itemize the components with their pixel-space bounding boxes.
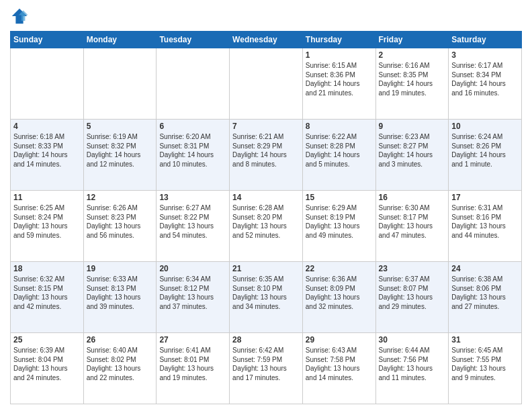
day-number: 3 [451, 50, 519, 60]
calendar-cell: 28Sunrise: 6:42 AMSunset: 7:59 PMDayligh… [230, 333, 303, 404]
day-number: 16 [379, 193, 446, 202]
day-info: Sunrise: 6:15 AMSunset: 8:36 PMDaylight:… [306, 61, 373, 97]
day-info: Sunrise: 6:28 AMSunset: 8:20 PMDaylight:… [232, 203, 300, 240]
calendar-cell: 14Sunrise: 6:28 AMSunset: 8:20 PMDayligh… [230, 191, 303, 262]
calendar-cell: 4Sunrise: 6:18 AMSunset: 8:33 PMDaylight… [11, 120, 84, 191]
calendar: SundayMondayTuesdayWednesdayThursdayFrid… [10, 31, 522, 404]
day-info: Sunrise: 6:29 AMSunset: 8:19 PMDaylight:… [306, 203, 373, 240]
calendar-cell: 8Sunrise: 6:22 AMSunset: 8:28 PMDaylight… [302, 120, 375, 191]
day-info: Sunrise: 6:41 AMSunset: 8:01 PMDaylight:… [159, 346, 226, 382]
day-info: Sunrise: 6:21 AMSunset: 8:29 PMDaylight:… [232, 132, 300, 169]
day-number: 31 [451, 335, 519, 345]
calendar-cell: 9Sunrise: 6:23 AMSunset: 8:27 PMDaylight… [375, 120, 449, 191]
day-number: 27 [159, 335, 226, 345]
calendar-cell: 10Sunrise: 6:24 AMSunset: 8:26 PMDayligh… [449, 120, 522, 191]
calendar-cell: 30Sunrise: 6:44 AMSunset: 7:56 PMDayligh… [375, 333, 449, 404]
day-info: Sunrise: 6:16 AMSunset: 8:35 PMDaylight:… [379, 61, 446, 97]
day-info: Sunrise: 6:33 AMSunset: 8:13 PMDaylight:… [87, 275, 154, 311]
day-number: 23 [379, 264, 446, 273]
logo [10, 7, 32, 26]
day-info: Sunrise: 6:31 AMSunset: 8:16 PMDaylight:… [451, 203, 519, 240]
day-header-sunday: Sunday [11, 32, 84, 48]
day-info: Sunrise: 6:36 AMSunset: 8:09 PMDaylight:… [306, 275, 373, 311]
day-info: Sunrise: 6:40 AMSunset: 8:02 PMDaylight:… [87, 346, 154, 382]
day-info: Sunrise: 6:18 AMSunset: 8:33 PMDaylight:… [13, 132, 81, 169]
day-number: 28 [232, 335, 300, 345]
calendar-cell: 23Sunrise: 6:37 AMSunset: 8:07 PMDayligh… [375, 262, 449, 333]
calendar-cell: 24Sunrise: 6:38 AMSunset: 8:06 PMDayligh… [449, 262, 522, 333]
calendar-cell [230, 48, 303, 120]
calendar-cell: 15Sunrise: 6:29 AMSunset: 8:19 PMDayligh… [302, 191, 375, 262]
day-header-thursday: Thursday [302, 32, 375, 48]
day-info: Sunrise: 6:32 AMSunset: 8:15 PMDaylight:… [13, 275, 81, 311]
day-number: 13 [159, 193, 226, 202]
day-number: 11 [13, 193, 81, 202]
calendar-cell: 7Sunrise: 6:21 AMSunset: 8:29 PMDaylight… [230, 120, 303, 191]
calendar-cell: 19Sunrise: 6:33 AMSunset: 8:13 PMDayligh… [83, 262, 157, 333]
day-number: 19 [87, 264, 154, 273]
day-number: 6 [159, 122, 226, 131]
day-number: 5 [87, 122, 154, 131]
day-info: Sunrise: 6:39 AMSunset: 8:04 PMDaylight:… [13, 346, 81, 382]
day-number: 8 [306, 122, 373, 131]
calendar-cell: 2Sunrise: 6:16 AMSunset: 8:35 PMDaylight… [375, 48, 449, 120]
calendar-cell: 6Sunrise: 6:20 AMSunset: 8:31 PMDaylight… [157, 120, 230, 191]
day-header-friday: Friday [375, 32, 449, 48]
day-info: Sunrise: 6:44 AMSunset: 7:56 PMDaylight:… [379, 346, 446, 382]
day-info: Sunrise: 6:26 AMSunset: 8:23 PMDaylight:… [87, 203, 154, 240]
day-info: Sunrise: 6:24 AMSunset: 8:26 PMDaylight:… [451, 132, 519, 169]
day-info: Sunrise: 6:25 AMSunset: 8:24 PMDaylight:… [13, 203, 81, 240]
calendar-cell: 5Sunrise: 6:19 AMSunset: 8:32 PMDaylight… [83, 120, 157, 191]
calendar-cell: 21Sunrise: 6:35 AMSunset: 8:10 PMDayligh… [230, 262, 303, 333]
day-number: 2 [379, 50, 446, 60]
logo-icon [10, 7, 29, 26]
day-info: Sunrise: 6:22 AMSunset: 8:28 PMDaylight:… [306, 132, 373, 169]
day-header-monday: Monday [83, 32, 157, 48]
day-info: Sunrise: 6:19 AMSunset: 8:32 PMDaylight:… [87, 132, 154, 169]
calendar-cell: 29Sunrise: 6:43 AMSunset: 7:58 PMDayligh… [302, 333, 375, 404]
calendar-cell: 27Sunrise: 6:41 AMSunset: 8:01 PMDayligh… [157, 333, 230, 404]
day-info: Sunrise: 6:20 AMSunset: 8:31 PMDaylight:… [159, 132, 226, 169]
calendar-cell [157, 48, 230, 120]
calendar-cell: 22Sunrise: 6:36 AMSunset: 8:09 PMDayligh… [302, 262, 375, 333]
day-info: Sunrise: 6:38 AMSunset: 8:06 PMDaylight:… [451, 275, 519, 311]
day-number: 14 [232, 193, 300, 202]
day-number: 29 [306, 335, 373, 345]
calendar-cell: 12Sunrise: 6:26 AMSunset: 8:23 PMDayligh… [83, 191, 157, 262]
calendar-cell: 31Sunrise: 6:45 AMSunset: 7:55 PMDayligh… [449, 333, 522, 404]
day-number: 12 [87, 193, 154, 202]
calendar-cell: 26Sunrise: 6:40 AMSunset: 8:02 PMDayligh… [83, 333, 157, 404]
calendar-cell: 25Sunrise: 6:39 AMSunset: 8:04 PMDayligh… [11, 333, 84, 404]
calendar-cell: 13Sunrise: 6:27 AMSunset: 8:22 PMDayligh… [157, 191, 230, 262]
day-number: 10 [451, 122, 519, 131]
calendar-cell: 17Sunrise: 6:31 AMSunset: 8:16 PMDayligh… [449, 191, 522, 262]
calendar-week-row: 25Sunrise: 6:39 AMSunset: 8:04 PMDayligh… [11, 333, 522, 404]
day-info: Sunrise: 6:45 AMSunset: 7:55 PMDaylight:… [451, 346, 519, 382]
day-number: 30 [379, 335, 446, 345]
day-number: 25 [13, 335, 81, 345]
day-info: Sunrise: 6:30 AMSunset: 8:17 PMDaylight:… [379, 203, 446, 240]
day-info: Sunrise: 6:17 AMSunset: 8:34 PMDaylight:… [451, 61, 519, 97]
calendar-week-row: 4Sunrise: 6:18 AMSunset: 8:33 PMDaylight… [11, 120, 522, 191]
day-number: 15 [306, 193, 373, 202]
calendar-cell: 1Sunrise: 6:15 AMSunset: 8:36 PMDaylight… [302, 48, 375, 120]
calendar-cell: 20Sunrise: 6:34 AMSunset: 8:12 PMDayligh… [157, 262, 230, 333]
day-info: Sunrise: 6:34 AMSunset: 8:12 PMDaylight:… [159, 275, 226, 311]
day-info: Sunrise: 6:43 AMSunset: 7:58 PMDaylight:… [306, 346, 373, 382]
day-number: 9 [379, 122, 446, 131]
page: SundayMondayTuesdayWednesdayThursdayFrid… [0, 0, 532, 411]
calendar-cell: 16Sunrise: 6:30 AMSunset: 8:17 PMDayligh… [375, 191, 449, 262]
day-number: 7 [232, 122, 300, 131]
day-number: 22 [306, 264, 373, 273]
calendar-cell: 11Sunrise: 6:25 AMSunset: 8:24 PMDayligh… [11, 191, 84, 262]
day-number: 20 [159, 264, 226, 273]
calendar-header-row: SundayMondayTuesdayWednesdayThursdayFrid… [11, 32, 522, 48]
header [10, 7, 522, 26]
calendar-cell: 18Sunrise: 6:32 AMSunset: 8:15 PMDayligh… [11, 262, 84, 333]
day-info: Sunrise: 6:42 AMSunset: 7:59 PMDaylight:… [232, 346, 300, 382]
day-number: 18 [13, 264, 81, 273]
day-info: Sunrise: 6:37 AMSunset: 8:07 PMDaylight:… [379, 275, 446, 311]
calendar-cell [11, 48, 84, 120]
day-number: 24 [451, 264, 519, 273]
day-number: 26 [87, 335, 154, 345]
